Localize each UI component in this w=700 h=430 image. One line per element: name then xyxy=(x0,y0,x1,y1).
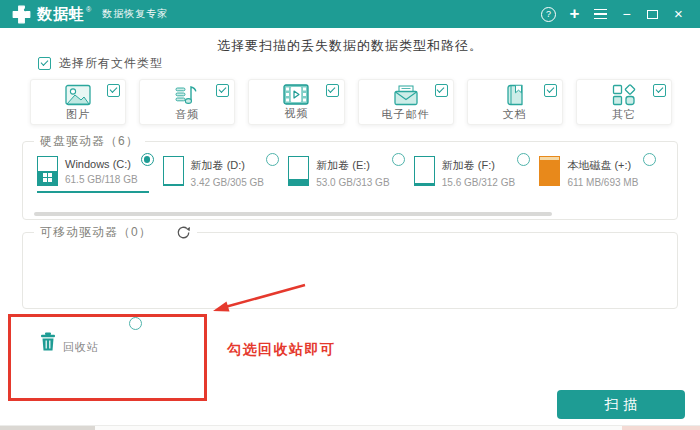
select-all-filetypes[interactable]: 选择所有文件类型 xyxy=(38,55,163,72)
drive-icon xyxy=(539,156,560,186)
add-icon[interactable]: + xyxy=(567,6,582,22)
annotation-text: 勾选回收站即可 xyxy=(227,341,336,359)
drive-capacity: 15.6 GB/312 GB xyxy=(442,177,515,188)
drive-icon xyxy=(288,156,309,186)
annotation-box xyxy=(8,314,207,401)
drive-capacity: 3.42 GB/305 GB xyxy=(191,177,264,188)
drive-capacity: 53.0 GB/313 GB xyxy=(316,177,389,188)
close-icon[interactable]: × xyxy=(671,6,686,22)
maximize-icon[interactable] xyxy=(645,6,660,22)
file-type-card-email[interactable]: 电子邮件 xyxy=(358,79,454,125)
drive-name: 新加卷 (D:) xyxy=(191,158,264,173)
file-type-cards: 图片 音频 视频 xyxy=(30,79,672,125)
drive-capacity: 61.5 GB/118 GB xyxy=(65,174,138,185)
images-checkbox[interactable] xyxy=(107,84,120,97)
removable-drives-section: 可移动驱动器（0） xyxy=(22,232,678,309)
selected-drive-underline xyxy=(37,191,149,193)
drive-name: 本地磁盘 (+:) xyxy=(567,158,638,173)
minimize-icon[interactable]: − xyxy=(619,6,634,22)
select-all-label: 选择所有文件类型 xyxy=(59,55,163,72)
card-label: 其它 xyxy=(612,107,636,122)
drive-d[interactable]: 新加卷 (D:) 3.42 GB/305 GB xyxy=(163,156,289,188)
file-type-card-images[interactable]: 图片 xyxy=(30,79,126,125)
file-type-card-other[interactable]: 其它 xyxy=(576,79,672,125)
other-checkbox[interactable] xyxy=(653,84,666,97)
app-window: 数据蛙 ® 数据恢复专家 ? + − × 选择要扫描的丢失数据的数据类型和路径。… xyxy=(0,0,700,430)
card-label: 音频 xyxy=(175,107,199,122)
email-icon xyxy=(393,84,419,106)
menu-icon[interactable] xyxy=(593,6,608,22)
audio-icon xyxy=(175,84,199,106)
image-icon xyxy=(65,84,91,106)
card-label: 文档 xyxy=(503,107,527,122)
scan-button[interactable]: 扫描 xyxy=(557,390,685,419)
video-checkbox[interactable] xyxy=(326,84,339,97)
local-disk-radio[interactable] xyxy=(643,153,656,166)
drive-icon xyxy=(414,156,435,186)
registered-mark: ® xyxy=(86,6,91,13)
other-icon xyxy=(612,84,636,106)
drive-local-disk[interactable]: 本地磁盘 (+:) 611 MB/693 MB xyxy=(539,156,665,188)
drive-name: 新加卷 (E:) xyxy=(316,158,389,173)
hard-drives-section: 硬盘驱动器（6） Windows (C:) 61.5 GB/118 GB xyxy=(22,141,678,220)
windows-logo-icon xyxy=(43,173,52,182)
drives-scrollbar[interactable] xyxy=(34,212,552,216)
brand-tagline: 数据恢复专家 xyxy=(102,7,168,21)
brand: 数据蛙 ® 数据恢复专家 xyxy=(12,5,168,24)
drive-f-radio[interactable] xyxy=(517,153,530,166)
select-all-checkbox[interactable] xyxy=(38,57,51,70)
video-icon xyxy=(283,84,309,105)
card-label: 视频 xyxy=(284,106,308,121)
file-type-card-documents[interactable]: 文档 xyxy=(467,79,563,125)
drive-c-radio[interactable] xyxy=(141,153,154,166)
window-controls: ? + − × xyxy=(541,6,686,22)
refresh-icon[interactable] xyxy=(176,225,191,240)
page-title: 选择要扫描的丢失数据的数据类型和路径。 xyxy=(0,37,700,55)
drive-d-radio[interactable] xyxy=(266,153,279,166)
drive-name: Windows (C:) xyxy=(65,158,138,170)
file-type-card-audio[interactable]: 音频 xyxy=(139,79,235,125)
card-label: 图片 xyxy=(66,107,90,122)
removable-drives-title: 可移动驱动器（0） xyxy=(40,224,152,241)
drive-icon xyxy=(163,156,184,186)
document-icon xyxy=(504,84,526,106)
drive-icon xyxy=(37,156,58,186)
drive-capacity: 611 MB/693 MB xyxy=(567,177,638,188)
brand-name: 数据蛙 xyxy=(37,5,85,24)
bottom-strip-right xyxy=(622,426,700,430)
bottom-strip-middle xyxy=(95,426,622,430)
annotation-arrow-icon xyxy=(205,280,315,320)
drive-windows-c[interactable]: Windows (C:) 61.5 GB/118 GB xyxy=(37,156,163,188)
logo-cross-icon xyxy=(12,5,31,24)
help-icon[interactable]: ? xyxy=(541,6,556,22)
documents-checkbox[interactable] xyxy=(544,84,557,97)
drive-e-radio[interactable] xyxy=(392,153,405,166)
hard-drives-title: 硬盘驱动器（6） xyxy=(34,133,145,150)
bottom-strip-left xyxy=(0,426,95,430)
audio-checkbox[interactable] xyxy=(216,84,229,97)
title-bar: 数据蛙 ® 数据恢复专家 ? + − × xyxy=(0,0,700,28)
drive-name: 新加卷 (F:) xyxy=(442,158,515,173)
file-type-card-video[interactable]: 视频 xyxy=(248,79,344,125)
card-label: 电子邮件 xyxy=(382,107,430,122)
email-checkbox[interactable] xyxy=(435,84,448,97)
drive-e[interactable]: 新加卷 (E:) 53.0 GB/313 GB xyxy=(288,156,414,188)
drive-f[interactable]: 新加卷 (F:) 15.6 GB/312 GB xyxy=(414,156,540,188)
